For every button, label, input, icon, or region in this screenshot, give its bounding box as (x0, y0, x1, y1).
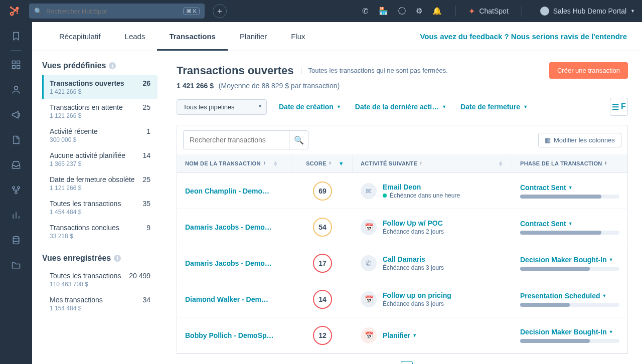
activity-title[interactable]: Call Damaris (383, 255, 444, 263)
next-arrow-icon[interactable]: › (448, 362, 451, 365)
view-item[interactable]: Mes transactions1 154 484 $34 (42, 292, 157, 316)
col-deal-name[interactable]: NOM DE LA TRANSACTION i ▲▼ (177, 154, 292, 172)
svg-point-10 (18, 187, 20, 189)
pipeline-select[interactable]: Tous les pipelines (177, 99, 267, 115)
deal-name-link[interactable]: Damaris Jacobs - Demo… (177, 216, 292, 238)
phase-select[interactable]: Contract Sent ▼ (520, 184, 619, 192)
info-icon[interactable]: i (114, 255, 121, 262)
view-count: 25 (142, 103, 150, 119)
phase-select[interactable]: Decision Maker Bought-In ▼ (520, 328, 619, 336)
score-badge: 17 (313, 254, 332, 273)
view-item[interactable]: Transactions conclues33 218 $9 (42, 220, 157, 244)
bookmark-icon[interactable] (10, 30, 22, 42)
global-search[interactable]: 🔍 ⌘ K (29, 4, 205, 19)
view-name: Transactions conclues (50, 224, 119, 232)
view-count: 26 (142, 79, 150, 95)
tab-transactions[interactable]: Transactions (157, 22, 228, 51)
activity-title[interactable]: Follow up on pricing (383, 291, 451, 299)
info-icon: i (330, 160, 336, 166)
deal-search-input[interactable] (184, 136, 289, 144)
view-item[interactable]: Date de fermeture obsolète1 121 266 $25 (42, 171, 157, 196)
deal-name-link[interactable]: Diamond Walker - Dem… (177, 288, 292, 310)
content: Vues prédéfinies i Transactions ouvertes… (32, 51, 642, 364)
page-number[interactable]: 1 (401, 361, 413, 364)
deal-name-link[interactable]: Deon Champlin - Demo… (177, 180, 292, 202)
chatspot-link[interactable]: ✦ ChatSpot (468, 7, 508, 16)
phase-select[interactable]: Decision Maker Bought-In ▼ (520, 256, 619, 264)
top-icons: ✆ 🏪 ⓘ ⚙ 🔔 ✦ ChatSpot Sales Hub Demo Port… (362, 6, 635, 17)
folder-icon[interactable] (10, 259, 22, 271)
global-search-input[interactable] (46, 8, 183, 15)
deal-name-link[interactable]: Bobby Pollich - DemoSp… (177, 324, 292, 346)
deal-search-button[interactable]: 🔍 (289, 131, 308, 149)
chevron-down-icon: ▼ (442, 104, 446, 109)
deal-name-link[interactable]: Damaris Jacobs - Demo… (177, 252, 292, 274)
notifications-icon[interactable]: 🔔 (432, 7, 442, 16)
filter-link[interactable]: Date de la dernière acti…▼ (355, 103, 446, 111)
table-row: Bobby Pollich - DemoSp…12📅Planifier ▼Dec… (177, 317, 627, 353)
feedback-link[interactable]: Vous avez du feedback ? Nous serions rav… (420, 32, 627, 41)
megaphone-icon[interactable] (10, 109, 22, 121)
divider (11, 50, 21, 51)
add-button[interactable]: ＋ (213, 4, 227, 18)
tab-leads[interactable]: Leads (113, 22, 157, 51)
view-amount: 1 154 484 $ (50, 305, 103, 312)
score-badge: 12 (313, 326, 332, 345)
portal-selector[interactable]: Sales Hub Demo Portal ▼ (540, 7, 635, 16)
view-item[interactable]: Transactions en attente1 121 266 $25 (42, 99, 157, 123)
col-next-activity[interactable]: ACTIVITÉ SUIVANTE i ▲▼ (353, 154, 512, 172)
settings-icon[interactable]: ⚙ (416, 7, 422, 16)
reports-icon[interactable] (10, 209, 22, 221)
database-icon[interactable] (10, 234, 22, 246)
grid-icon[interactable] (10, 59, 22, 71)
help-icon[interactable]: ⓘ (398, 7, 406, 16)
document-icon[interactable] (10, 134, 22, 146)
chevron-down-icon: ▼ (568, 185, 573, 190)
activity-type-icon: 📅 (361, 219, 377, 235)
deal-search[interactable]: 🔍 (183, 130, 308, 149)
filter-link[interactable]: Date de création▼ (279, 103, 341, 111)
activity-cell: 📅Follow Up w/ POCÉchéance dans 2 jours (353, 212, 512, 242)
view-amount: 1 365 237 $ (50, 160, 125, 167)
col-score[interactable]: SCORE i ▼ (292, 154, 353, 172)
col-phase[interactable]: PHASE DE LA TRANSACTION i (512, 154, 627, 172)
table-row: Deon Champlin - Demo…69✉Email DeonÉchéan… (177, 173, 627, 209)
tab-planifier[interactable]: Planifier (228, 22, 279, 51)
tab-flux[interactable]: Flux (279, 22, 317, 51)
view-amount: 1 121 266 $ (50, 185, 135, 192)
view-item[interactable]: Aucune activité planifiée1 365 237 $14 (42, 147, 157, 171)
table-toolbar: 🔍 ▦ Modifier les colonnes (177, 125, 628, 154)
view-item[interactable]: Activité récente300 000 $1 (42, 123, 157, 147)
marketplace-icon[interactable]: 🏪 (379, 7, 388, 16)
info-icon[interactable]: i (109, 62, 116, 69)
status-dot-icon (383, 194, 387, 198)
modify-columns-button[interactable]: ▦ Modifier les colonnes (538, 133, 621, 147)
chevron-down-icon: ▼ (630, 9, 635, 14)
tab-récapitulatif[interactable]: Récapitulatif (47, 22, 113, 51)
filter-link[interactable]: Date de fermeture▼ (460, 103, 528, 111)
view-item[interactable]: Toutes les transactions1 454 484 $35 (42, 196, 157, 220)
table-row: Damaris Jacobs - Demo…54📅Follow Up w/ PO… (177, 209, 627, 245)
prev-arrow-icon[interactable]: ‹ (354, 362, 357, 365)
filter-settings-button[interactable]: ☰ F (610, 98, 628, 116)
view-item[interactable]: Toutes les transactions110 463 700 $20 4… (42, 268, 157, 292)
view-item[interactable]: Transactions ouvertes1 421 266 $26 (42, 75, 157, 99)
activity-title[interactable]: Follow Up w/ POC (383, 219, 444, 227)
activity-title[interactable]: Email Deon (383, 183, 460, 191)
saved-views-title: Vues enregistrées i (42, 254, 163, 263)
workflow-icon[interactable] (10, 184, 22, 196)
phase-select[interactable]: Presentation Scheduled ▼ (520, 292, 619, 300)
activity-title[interactable]: Planifier ▼ (383, 331, 417, 339)
hubspot-logo-icon[interactable] (7, 4, 22, 19)
inbox-icon[interactable] (10, 159, 22, 171)
phone-icon[interactable]: ✆ (362, 7, 369, 16)
phase-select[interactable]: Contract Sent ▼ (520, 220, 619, 228)
sort-desc-icon: ▼ (339, 160, 344, 166)
score-cell: 14 (292, 283, 353, 316)
views-sidebar: Vues prédéfinies i Transactions ouvertes… (32, 51, 163, 364)
create-deal-button[interactable]: Créer une transaction (549, 62, 628, 79)
contacts-icon[interactable] (10, 84, 22, 96)
view-amount: 1 121 266 $ (50, 112, 123, 119)
chevron-down-icon: ▼ (568, 221, 573, 226)
phase-cell: Contract Sent ▼ (512, 176, 627, 206)
